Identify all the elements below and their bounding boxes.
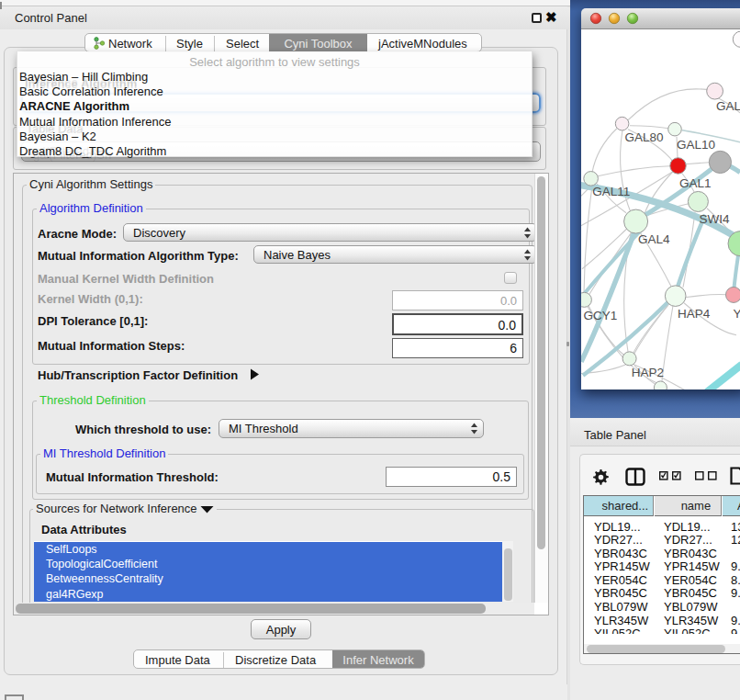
svg-text:HAP4: HAP4 — [678, 306, 711, 320]
svg-text:SWI4: SWI4 — [700, 212, 730, 226]
svg-text:YD: YD — [734, 307, 740, 321]
svg-text:GAL11: GAL11 — [592, 185, 630, 198]
svg-text:HAP2: HAP2 — [632, 365, 664, 378]
svg-text:GCY1: GCY1 — [584, 308, 618, 322]
svg-text:GAL10: GAL10 — [677, 138, 715, 152]
svg-text:GAL4: GAL4 — [638, 232, 670, 246]
svg-text:GAL80: GAL80 — [625, 130, 664, 144]
svg-text:GAL1: GAL1 — [679, 175, 712, 189]
svg-text:GAL7: GAL7 — [716, 98, 740, 112]
